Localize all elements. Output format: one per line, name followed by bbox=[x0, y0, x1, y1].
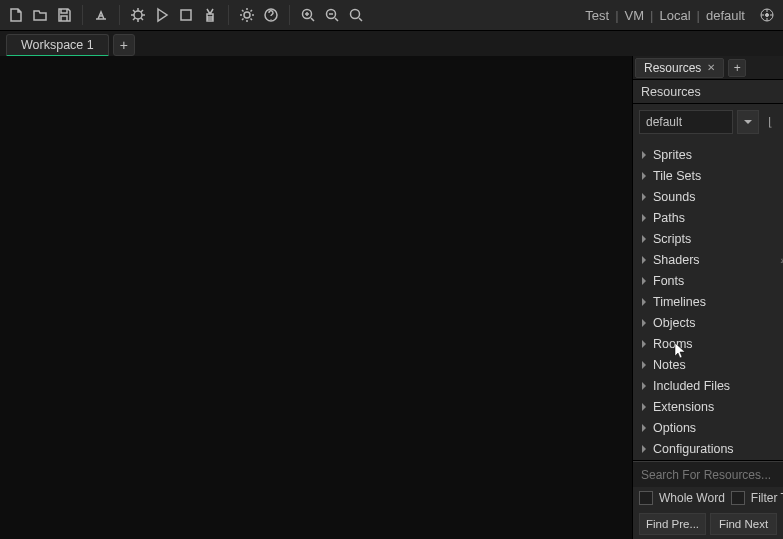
tree-item-label: Objects bbox=[653, 316, 695, 330]
svg-point-8 bbox=[766, 14, 769, 17]
toolbar-separator bbox=[289, 5, 290, 25]
disclosure-icon[interactable] bbox=[639, 424, 649, 432]
debug-button[interactable] bbox=[126, 3, 150, 27]
svg-point-2 bbox=[244, 12, 250, 18]
tree-item-label: Sounds bbox=[653, 190, 695, 204]
disclosure-icon[interactable] bbox=[639, 403, 649, 411]
tree-item-objects[interactable]: Objects bbox=[633, 312, 783, 333]
toolbar-separator bbox=[82, 5, 83, 25]
workspace-tab-label: Workspace 1 bbox=[21, 38, 94, 52]
filter-tree-checkbox[interactable] bbox=[731, 491, 745, 505]
clean-button[interactable] bbox=[198, 3, 222, 27]
add-panel-tab-button[interactable]: + bbox=[728, 59, 746, 77]
zoom-in-button[interactable] bbox=[296, 3, 320, 27]
zoom-out-button[interactable] bbox=[344, 3, 368, 27]
workspace-area[interactable] bbox=[0, 56, 632, 539]
tree-item-label: Notes bbox=[653, 358, 686, 372]
svg-rect-1 bbox=[181, 10, 191, 20]
disclosure-icon[interactable] bbox=[639, 340, 649, 348]
tree-item-label: Rooms bbox=[653, 337, 693, 351]
target-vm[interactable]: VM bbox=[621, 8, 649, 23]
tree-item-included-files[interactable]: Included Files bbox=[633, 375, 783, 396]
zoom-reset-button[interactable] bbox=[320, 3, 344, 27]
new-file-button[interactable] bbox=[4, 3, 28, 27]
main-toolbar: Test | VM | Local | default bbox=[0, 0, 783, 31]
tree-item-label: Sprites bbox=[653, 148, 692, 162]
tree-item-label: Paths bbox=[653, 211, 685, 225]
tree-item-paths[interactable]: Paths bbox=[633, 207, 783, 228]
tree-item-label: Options bbox=[653, 421, 696, 435]
whole-word-label: Whole Word bbox=[659, 491, 725, 505]
resource-config-row: ⌊ bbox=[633, 104, 783, 140]
find-previous-button[interactable]: Find Pre... bbox=[639, 513, 706, 535]
disclosure-icon[interactable] bbox=[639, 256, 649, 264]
filter-tree-label: Filter Tree bbox=[751, 491, 783, 505]
run-button[interactable] bbox=[150, 3, 174, 27]
tree-item-options[interactable]: Options bbox=[633, 417, 783, 438]
resource-config-input[interactable] bbox=[639, 110, 733, 134]
resource-config-dropdown-button[interactable] bbox=[737, 110, 759, 134]
tree-item-sprites[interactable]: Sprites bbox=[633, 144, 783, 165]
disclosure-icon[interactable] bbox=[639, 235, 649, 243]
disclosure-icon[interactable] bbox=[639, 445, 649, 453]
tree-item-label: Timelines bbox=[653, 295, 706, 309]
target-default[interactable]: default bbox=[702, 8, 749, 23]
disclosure-icon[interactable] bbox=[639, 382, 649, 390]
tree-item-configurations[interactable]: Configurations bbox=[633, 438, 783, 459]
tree-item-notes[interactable]: Notes bbox=[633, 354, 783, 375]
tree-item-label: Included Files bbox=[653, 379, 730, 393]
toolbar-separator bbox=[119, 5, 120, 25]
tree-item-shaders[interactable]: Shaders bbox=[633, 249, 783, 270]
tree-item-label: Shaders bbox=[653, 253, 700, 267]
find-next-button[interactable]: Find Next bbox=[710, 513, 777, 535]
tree-item-label: Fonts bbox=[653, 274, 684, 288]
resource-search-section: Whole Word Filter Tree Find Pre... Find … bbox=[633, 460, 783, 539]
tree-item-timelines[interactable]: Timelines bbox=[633, 291, 783, 312]
svg-point-6 bbox=[351, 10, 360, 19]
target-test[interactable]: Test bbox=[581, 8, 613, 23]
disclosure-icon[interactable] bbox=[639, 277, 649, 285]
target-manager-button[interactable] bbox=[755, 3, 779, 27]
target-local[interactable]: Local bbox=[655, 8, 694, 23]
save-button[interactable] bbox=[52, 3, 76, 27]
disclosure-icon[interactable] bbox=[639, 298, 649, 306]
help-button[interactable] bbox=[259, 3, 283, 27]
add-workspace-tab-button[interactable]: + bbox=[113, 34, 135, 56]
svg-point-0 bbox=[134, 11, 142, 19]
disclosure-icon[interactable] bbox=[639, 319, 649, 327]
workspace-tab[interactable]: Workspace 1 bbox=[6, 34, 109, 57]
tree-item-tile-sets[interactable]: Tile Sets bbox=[633, 165, 783, 186]
tree-item-sounds[interactable]: Sounds bbox=[633, 186, 783, 207]
resources-tab-row: Resources ✕ + bbox=[633, 56, 783, 80]
disclosure-icon[interactable] bbox=[639, 172, 649, 180]
resource-search-input[interactable] bbox=[633, 461, 783, 487]
resource-config-extra-icon[interactable]: ⌊ bbox=[763, 110, 777, 134]
tree-item-extensions[interactable]: Extensions bbox=[633, 396, 783, 417]
toolbar-separator bbox=[228, 5, 229, 25]
tree-item-scripts[interactable]: Scripts bbox=[633, 228, 783, 249]
whole-word-checkbox[interactable] bbox=[639, 491, 653, 505]
tree-item-rooms[interactable]: Rooms bbox=[633, 333, 783, 354]
game-options-button[interactable] bbox=[235, 3, 259, 27]
disclosure-icon[interactable] bbox=[639, 214, 649, 222]
open-file-button[interactable] bbox=[28, 3, 52, 27]
tree-item-fonts[interactable]: Fonts bbox=[633, 270, 783, 291]
resources-panel-title: Resources bbox=[633, 80, 783, 104]
tree-item-label: Scripts bbox=[653, 232, 691, 246]
resource-tree[interactable]: SpritesTile SetsSoundsPathsScriptsShader… bbox=[633, 140, 783, 460]
tree-item-label: Tile Sets bbox=[653, 169, 701, 183]
disclosure-icon[interactable] bbox=[639, 193, 649, 201]
tree-item-label: Extensions bbox=[653, 400, 714, 414]
tree-item-label: Configurations bbox=[653, 442, 734, 456]
close-resources-tab-icon[interactable]: ✕ bbox=[707, 62, 715, 73]
stop-button[interactable] bbox=[174, 3, 198, 27]
resources-tab-label: Resources bbox=[644, 61, 701, 75]
resources-tab[interactable]: Resources ✕ bbox=[635, 58, 724, 78]
workspace-tab-strip: Workspace 1 + bbox=[0, 31, 783, 56]
target-status: Test | VM | Local | default bbox=[581, 3, 779, 27]
disclosure-icon[interactable] bbox=[639, 361, 649, 369]
create-executable-button[interactable] bbox=[89, 3, 113, 27]
disclosure-icon[interactable] bbox=[639, 151, 649, 159]
resources-panel: Resources ✕ + Resources ⌊ SpritesTile Se… bbox=[632, 56, 783, 539]
resource-config-select[interactable] bbox=[639, 110, 733, 134]
